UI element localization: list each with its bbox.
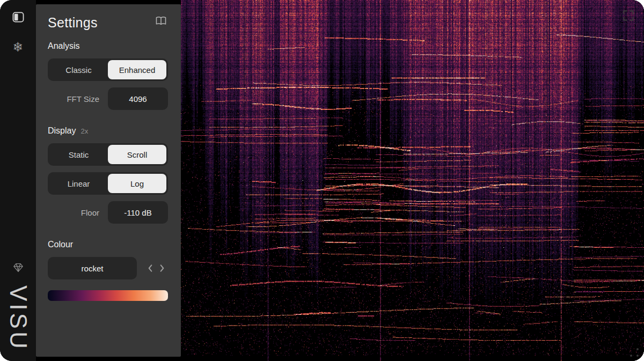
settings-header: Settings bbox=[48, 15, 168, 31]
display-mode-toggle: Static Scroll bbox=[48, 143, 168, 166]
analysis-section: Analysis Classic Enhanced FFT Size 4096 bbox=[48, 41, 168, 110]
colour-section-label: Colour bbox=[48, 240, 168, 249]
fft-size-label: FFT Size bbox=[67, 94, 99, 104]
analysis-option-classic[interactable]: Classic bbox=[49, 60, 108, 79]
floor-row: Floor -110 dB bbox=[48, 201, 168, 224]
display-option-static[interactable]: Static bbox=[49, 145, 108, 164]
gem-icon bbox=[13, 263, 24, 272]
scale-option-log[interactable]: Log bbox=[108, 174, 166, 193]
colormap-gradient-bar bbox=[48, 290, 168, 301]
freeze-button[interactable]: ❄ bbox=[9, 38, 26, 57]
analysis-option-enhanced[interactable]: Enhanced bbox=[108, 60, 166, 79]
colormap-next-button[interactable] bbox=[156, 262, 168, 275]
fft-size-value[interactable]: 4096 bbox=[108, 87, 168, 110]
app-window: ❄ VISU Settings Analysis bbox=[0, 0, 644, 361]
display-scale-note: 2x bbox=[80, 127, 88, 135]
settings-panel: Settings Analysis Classic Enhanced FFT S… bbox=[36, 4, 181, 357]
spectrogram-area bbox=[181, 0, 644, 361]
icon-rail: ❄ VISU bbox=[0, 0, 36, 361]
fullscreen-icon bbox=[621, 9, 635, 23]
chevron-left-icon bbox=[147, 264, 154, 272]
sidebar-toggle-button[interactable] bbox=[9, 9, 27, 26]
colour-section: Colour rocket bbox=[48, 240, 168, 301]
floor-label: Floor bbox=[81, 208, 99, 217]
display-scale-toggle: Linear Log bbox=[48, 172, 168, 195]
sidebar-panel-icon bbox=[12, 12, 24, 23]
colormap-row: rocket bbox=[48, 257, 168, 279]
snowflake-icon: ❄ bbox=[12, 41, 23, 54]
display-section-label: Display bbox=[48, 126, 76, 136]
manual-button[interactable] bbox=[154, 15, 168, 27]
settings-title: Settings bbox=[48, 15, 98, 31]
analysis-mode-toggle: Classic Enhanced bbox=[48, 58, 168, 81]
chevron-right-icon bbox=[158, 264, 166, 272]
grip-dot bbox=[630, 355, 632, 357]
colormap-prev-button[interactable] bbox=[144, 262, 156, 275]
display-section: Display 2x Static Scroll Linear Log Floo… bbox=[48, 126, 168, 224]
colormap-select[interactable]: rocket bbox=[48, 257, 137, 279]
fft-size-row: FFT Size 4096 bbox=[48, 87, 168, 110]
scale-option-linear[interactable]: Linear bbox=[49, 174, 108, 193]
premium-button[interactable] bbox=[10, 260, 27, 276]
floor-value[interactable]: -110 dB bbox=[108, 201, 168, 224]
display-option-scroll[interactable]: Scroll bbox=[108, 145, 166, 164]
fullscreen-button[interactable] bbox=[619, 6, 638, 26]
analysis-section-label: Analysis bbox=[48, 41, 168, 51]
grip-dot bbox=[636, 348, 639, 350]
resize-grip[interactable] bbox=[630, 348, 639, 357]
spectrogram-canvas bbox=[181, 0, 644, 361]
app-logo: VISU bbox=[5, 285, 32, 351]
book-icon bbox=[155, 16, 167, 26]
grip-dot bbox=[636, 355, 639, 357]
